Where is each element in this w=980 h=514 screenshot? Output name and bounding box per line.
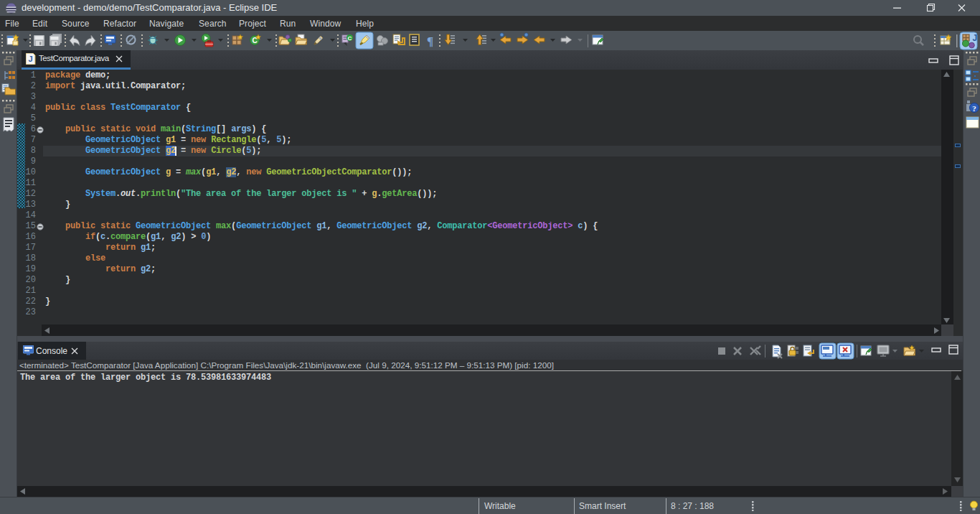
svg-text:C: C: [348, 35, 352, 42]
svg-text:¶: ¶: [427, 34, 433, 48]
svg-text:?: ?: [972, 104, 976, 113]
svg-text:J: J: [973, 33, 978, 43]
svg-text:J: J: [28, 55, 32, 63]
svg-text:C: C: [252, 37, 257, 45]
